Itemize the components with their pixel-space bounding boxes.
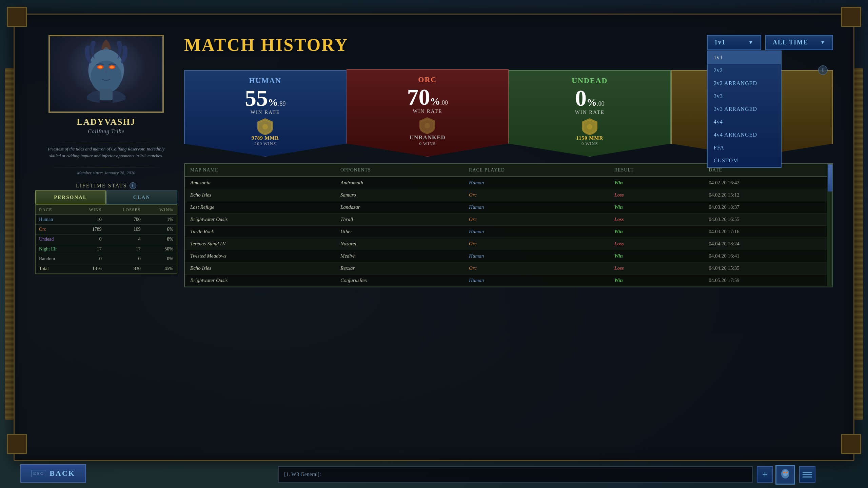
mode-option-2v2-arranged[interactable]: 2v2 ARRANGED [708,77,781,90]
mode-option-custom[interactable]: CUSTOM [708,154,781,167]
svg-point-2 [91,61,122,93]
match-date: 04.02.20 16:42 [703,177,832,189]
back-button[interactable]: ESC BACK [20,464,86,483]
stat-pct: 50% [144,244,177,254]
mode-option-3v3[interactable]: 3v3 [708,90,781,103]
match-date: 04.04.20 15:35 [703,262,832,274]
match-opponent: Nazgrel [335,238,463,250]
match-map: Twisted Meadows [185,250,335,262]
back-esc-icon: ESC [31,470,46,477]
tab-clan[interactable]: CLAN [106,190,177,204]
match-map: Echo Isles [185,189,335,201]
banner-undead: UNDEAD 0 % .00 WIN RATE 1150 MMR 0 WINS [509,70,671,157]
stat-pct: 6% [144,225,177,235]
scrollbar-thumb[interactable] [828,164,832,191]
stat-wins: 1789 [75,225,105,235]
banner-mmr: 9789 MMR [252,135,279,141]
col-race-played: RACE PLAYED [463,164,609,177]
time-dropdown-arrow-icon: ▼ [820,40,826,45]
stat-losses: 0 [105,254,144,264]
time-dropdown-selected: ALL TIME [773,39,808,46]
stats-table-row: Night Elf 17 17 50% [35,244,177,254]
stats-table-row: Total 1816 830 45% [35,264,177,274]
chat-bar[interactable]: [1. W3 General]: [278,466,753,483]
left-panel: LADYVASHJ Coilfang Tribe Priestess of th… [35,35,177,426]
scrollbar[interactable] [827,164,832,287]
match-race: Human [463,226,609,238]
character-bio: Priestess of the tides and matron of Coi… [35,146,177,159]
stat-race: Human [35,215,75,225]
banner-emblem-orc [418,116,437,134]
menu-line-2 [803,474,812,475]
match-opponent: Uther [335,226,463,238]
lifetime-stats-info-icon[interactable]: i [130,182,136,189]
character-name: LADYVASHJ [77,117,136,127]
banner-winrate-dec: .00 [597,101,605,107]
stat-race: Undead [35,235,75,244]
banner-wins: 200 WINS [254,141,276,146]
banner-winrate-main: 70 [407,85,430,108]
menu-button[interactable] [799,466,815,483]
stat-race: Orc [35,225,75,235]
match-table-row: Turtle Rock Uther Human Win 04.03.20 17:… [185,226,832,238]
match-date: 04.03.20 16:55 [703,214,832,226]
match-table-row: Echo Isles Samuro Orc Loss 04.02.20 15:1… [185,189,832,201]
stat-wins: 0 [75,235,105,244]
chain-right-decoration [854,68,863,420]
match-map: Turtle Rock [185,226,335,238]
match-opponent: Landazar [335,201,463,214]
match-map: Brightwater Oasis [185,274,335,287]
stat-wins: 10 [75,215,105,225]
banner-race-name: UNDEAD [572,76,608,85]
match-map: Last Refuge [185,201,335,214]
banner-winrate: 55 % .89 [245,86,286,109]
banner-winrate-dec: .89 [278,101,286,107]
stat-wins: 0 [75,254,105,264]
mode-option-4v4-arranged[interactable]: 4v4 ARRANGED [708,128,781,141]
bottom-bar: ESC BACK [1. W3 General]: + [0,461,868,488]
mode-option-4v4[interactable]: 4v4 [708,116,781,128]
banner-info-icon[interactable]: i [818,65,828,75]
mode-option-ffa[interactable]: FFA [708,141,781,154]
match-table-row: Amazonia Andromath Human Win 04.02.20 16… [185,177,832,189]
time-dropdown-button[interactable]: ALL TIME ▼ [765,35,833,50]
main-panel: LADYVASHJ Coilfang Tribe Priestess of th… [14,14,854,461]
stats-table-row: Human 10 700 1% [35,215,177,225]
banner-win-rate-label: WIN RATE [413,108,442,114]
match-date: 04.04.20 16:41 [703,250,832,262]
divider-1 [49,143,163,143]
mode-dropdown-arrow-icon: ▼ [748,40,754,45]
banner-orc: ORC 70 % .00 WIN RATE UNRANKED 0 WINS [347,69,509,157]
banner-mmr: UNRANKED [410,134,446,141]
banner-emblem-human [256,117,275,135]
mode-dropdown-button[interactable]: 1v1 ▼ [707,35,761,50]
match-race: Human [463,177,609,189]
stat-race: Total [35,264,75,274]
match-date: 04.03.20 17:16 [703,226,832,238]
stats-header-wins: WINS [75,205,105,215]
match-map: Terenas Stand LV [185,238,335,250]
match-opponent: Samuro [335,189,463,201]
match-result: Win [609,274,704,287]
add-button[interactable]: + [757,466,773,483]
stats-header-pct: WIN% [144,205,177,215]
mode-dropdown-list: 1v12v22v2 ARRANGED3v33v3 ARRANGED4v44v4 … [707,50,782,168]
mode-option-2v2[interactable]: 2v2 [708,64,781,77]
corner-decoration-bl [7,434,27,454]
mode-option-3v3-arranged[interactable]: 3v3 ARRANGED [708,103,781,116]
match-opponent: Medivh [335,250,463,262]
tab-personal[interactable]: PERSONAL [35,190,106,204]
match-opponent: Thrall [335,214,463,226]
match-race: Orc [463,262,609,274]
match-result: Loss [609,189,704,201]
match-opponent: Rexxar [335,262,463,274]
match-result: Win [609,226,704,238]
avatar-button[interactable] [775,465,795,485]
mode-option-1v1[interactable]: 1v1 [708,51,781,64]
stats-header-race: RACE [35,205,75,215]
stats-table-row: Random 0 0 0% [35,254,177,264]
match-result: Win [609,201,704,214]
stat-wins: 17 [75,244,105,254]
banner-wins: 0 WINS [419,141,436,146]
match-table-row: Echo Isles Rexxar Orc Loss 04.04.20 15:3… [185,262,832,274]
